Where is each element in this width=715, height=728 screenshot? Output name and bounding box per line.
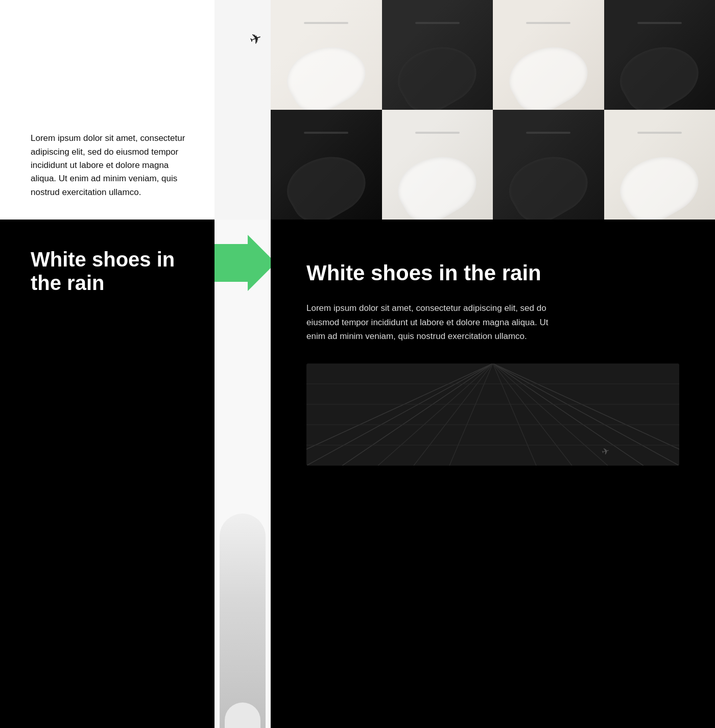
right-bottom-section: White shoes in the rain Lorem ipsum dolo…: [271, 220, 715, 728]
shoe-cell-white-1: [271, 0, 382, 110]
shoe-cell-white-2: [493, 0, 604, 110]
center-divider: ✈: [214, 0, 271, 728]
screenshot-wrapper: Lorem ipsum dolor sit amet, consectetur …: [0, 0, 715, 728]
left-panel: Lorem ipsum dolor sit amet, consectetur …: [0, 0, 214, 728]
left-bottom-section: White shoes in the rain: [0, 220, 214, 728]
shoe-cell-black-3: [271, 110, 382, 220]
svg-rect-0: [306, 363, 679, 466]
phone-strip-top: ✈: [214, 0, 271, 220]
left-top-section: Lorem ipsum dolor sit amet, consectetur …: [0, 0, 214, 220]
building-lines-svg: ✈: [306, 363, 679, 466]
shoe-toe: [225, 702, 260, 728]
shoes-grid: [271, 0, 715, 220]
shoe-cell-white-3: [382, 110, 493, 220]
content-area: Lorem ipsum dolor sit amet, consectetur …: [0, 0, 715, 728]
left-heading: White shoes in the rain: [31, 248, 186, 295]
right-top-section: [271, 0, 715, 220]
airplane-icon: ✈: [247, 29, 264, 49]
shoe-cell-black-1: [382, 0, 493, 110]
left-lorem-text: Lorem ipsum dolor sit amet, consectetur …: [31, 132, 186, 199]
right-panel: White shoes in the rain Lorem ipsum dolo…: [271, 0, 715, 728]
right-lorem-text: Lorem ipsum dolor sit amet, consectetur …: [306, 301, 552, 343]
arrow-shape: [214, 235, 271, 291]
arrow-right-icon: [214, 235, 271, 291]
shoe-cell-black-2: [604, 0, 716, 110]
shoe-image-strip: [220, 514, 266, 728]
phone-strip-bottom: [214, 220, 271, 728]
building-image: ✈: [306, 363, 679, 466]
shoe-cell-black-4: [493, 110, 604, 220]
right-heading: White shoes in the rain: [306, 260, 679, 286]
shoe-cell-white-4: [604, 110, 716, 220]
